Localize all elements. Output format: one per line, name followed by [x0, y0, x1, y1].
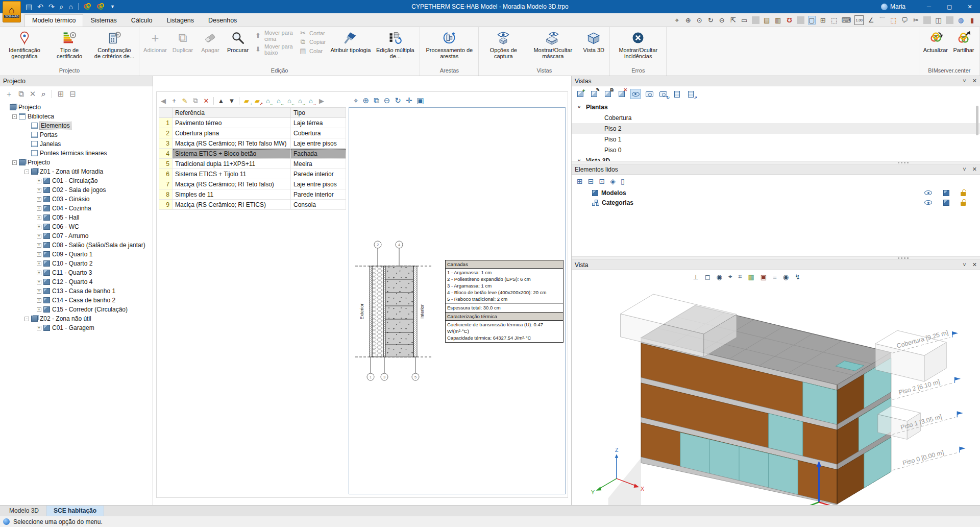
- web-icon[interactable]: ◍: [957, 16, 965, 24]
- edit-tools-icon[interactable]: ✂: [912, 16, 920, 24]
- categorias-row[interactable]: Categorias: [572, 198, 980, 207]
- row-tipo[interactable]: Cobertura: [291, 128, 346, 138]
- tree-item[interactable]: + C14 - Casa de banho 2: [0, 296, 153, 305]
- chevron-down-icon[interactable]: ˅: [578, 105, 583, 110]
- table-row[interactable]: 3 Maciça (RS Cerâmico; RI Teto falso MW)…: [159, 138, 346, 149]
- import-element-2-icon[interactable]: ⌂ ←: [275, 97, 282, 105]
- tree-item[interactable]: - Z01 - Zona útil Moradia: [0, 167, 153, 176]
- Desenhos[interactable]: Desenhos: [201, 15, 244, 27]
- view-visibility-button[interactable]: [631, 89, 640, 99]
- search-icon[interactable]: ⌕: [41, 89, 45, 99]
- row-referencia[interactable]: Simples de 11: [173, 189, 291, 200]
- tree-expander[interactable]: +: [37, 188, 41, 193]
- sep[interactable]: [52, 90, 52, 98]
- cortar-button[interactable]: ✂ Cortar: [299, 30, 326, 37]
- move-down-icon[interactable]: ▼: [228, 97, 235, 105]
- SCE habitação[interactable]: SCE habitação: [46, 506, 104, 516]
- tree-item[interactable]: Portas: [0, 130, 153, 139]
- tree-expander[interactable]: [24, 124, 29, 128]
- row-tipo[interactable]: Laje entre pisos: [291, 179, 346, 189]
- tree-expander[interactable]: -: [12, 114, 17, 119]
- collapse-tree-icon[interactable]: ⊟: [69, 89, 76, 99]
- row-tipo[interactable]: Parede interior: [291, 189, 346, 200]
- view-item[interactable]: Cobertura: [572, 112, 980, 123]
- view-item[interactable]: ˅ Plantas: [572, 102, 980, 112]
- info-column-icon[interactable]: ▯: [621, 177, 625, 185]
- sep[interactable]: [239, 97, 239, 105]
- mostrar-ocultar-incidencias-button[interactable]: Mostrar/Ocultar incidências: [612, 29, 664, 61]
- tree-expander[interactable]: [24, 142, 29, 147]
- collapse-panel-icon[interactable]: ˅: [963, 78, 966, 84]
- tree-item[interactable]: + C13 - Casa de banho 1: [0, 286, 153, 296]
- import-element-3-icon[interactable]: ⌂ ←: [286, 97, 293, 105]
- export-library-icon[interactable]: ▰ ↗: [254, 97, 261, 105]
- center-icon[interactable]: ⌖: [728, 273, 732, 281]
- tree-expander[interactable]: [24, 133, 29, 137]
- tree-view-1-icon[interactable]: ⊞: [577, 177, 583, 185]
- tree-item[interactable]: + C10 - Quarto 2: [0, 259, 153, 268]
- layout-icon[interactable]: ◫: [935, 16, 942, 24]
- bimserver-sync-icon[interactable]: [84, 3, 92, 10]
- building-view-button[interactable]: [672, 89, 681, 99]
- tree-item[interactable]: - Z02 - Zona não útil: [0, 314, 153, 323]
- tipo-de-certificado-button[interactable]: Tipo de certificado: [47, 29, 91, 61]
- configuracao-criterios-button[interactable]: Configuração de critérios de...: [92, 29, 136, 61]
- comment-icon[interactable]: 🗩: [901, 16, 909, 24]
- tree-expander[interactable]: +: [37, 326, 41, 330]
- tree-expander[interactable]: [24, 151, 29, 156]
- tipo-column-header[interactable]: Tipo: [291, 108, 346, 118]
- tree-item[interactable]: + C02 - Sala de jogos: [0, 185, 153, 195]
- protractor-icon[interactable]: ⌒: [878, 16, 886, 24]
- tree-item[interactable]: + C09 - Quarto 1: [0, 250, 153, 259]
- row-referencia[interactable]: Maciça (RS Cerâmico; RI ETICS): [173, 200, 291, 210]
- mover-para-baixo-button[interactable]: ⬇ Mover para baixo: [254, 43, 294, 56]
- table-row[interactable]: 1 Pavimento térreo Laje térrea: [159, 118, 346, 128]
- zoom-out-icon[interactable]: ⊖: [384, 96, 390, 105]
- table-row[interactable]: 7 Maciça (RS Cerâmico; RI Teto falso) La…: [159, 179, 346, 189]
- modelos-row[interactable]: Modelos: [572, 188, 980, 198]
- opcoes-captura-button[interactable]: Opções de captura: [481, 29, 525, 61]
- undo-icon[interactable]: ↶: [37, 3, 43, 10]
- row-referencia[interactable]: Tradicional dupla 11+XPS+11: [173, 159, 291, 169]
- close-panel-icon[interactable]: ✕: [972, 261, 977, 268]
- row-tipo[interactable]: Laje entre pisos: [291, 138, 346, 149]
- maximize-button[interactable]: ▢: [939, 0, 960, 13]
- cube-icon[interactable]: [943, 200, 949, 206]
- actualizar-button[interactable]: Actualizar: [922, 29, 949, 54]
- tree-expander[interactable]: +: [37, 261, 41, 266]
- tree-item[interactable]: - Biblioteca: [0, 112, 153, 121]
- tree-expander[interactable]: +: [37, 243, 41, 248]
- help-icon[interactable]: ▮: [968, 16, 976, 24]
- app-logo[interactable]: ⌂ SCE-HAB: [3, 1, 21, 22]
- mover-para-cima-button[interactable]: ⬆ Mover para cima: [254, 30, 294, 42]
- tree-expander[interactable]: +: [37, 280, 41, 284]
- tree-view-2-icon[interactable]: ⊟: [588, 177, 594, 185]
- cube-icon[interactable]: [943, 190, 949, 196]
- tree-item[interactable]: Projecto: [0, 103, 153, 112]
- bimserver-update-icon[interactable]: [97, 3, 105, 10]
- delete-row-icon[interactable]: ✕: [203, 97, 210, 105]
- import-element-1-icon[interactable]: ⌂ ←: [264, 97, 272, 105]
- export-element-1-icon[interactable]: ⌂ →: [297, 97, 304, 105]
- quick-render-icon[interactable]: ↯: [795, 273, 800, 281]
- unlock-icon[interactable]: [961, 202, 966, 206]
- tree-item[interactable]: + C12 - Quarto 4: [0, 277, 153, 286]
- tree-expander[interactable]: +: [37, 225, 41, 229]
- Cálculo[interactable]: Cálculo: [124, 15, 160, 27]
- tree-view-3-icon[interactable]: ⊡: [599, 177, 605, 185]
- full-view-icon[interactable]: ▣: [416, 96, 424, 105]
- save-icon[interactable]: ▤: [26, 3, 32, 10]
- snapshot-button[interactable]: [645, 89, 654, 99]
- tree-expander[interactable]: +: [37, 234, 41, 238]
- row-referencia[interactable]: Pavimento térreo: [173, 118, 291, 128]
- apagar-button[interactable]: Apagar: [197, 29, 224, 54]
- snap-icon[interactable]: ⬚: [830, 16, 838, 24]
- magnet-icon[interactable]: Ω: [786, 16, 793, 24]
- close-panel-icon[interactable]: ✕: [972, 78, 977, 84]
- view-item[interactable]: Piso 0: [572, 145, 980, 155]
- row-tipo[interactable]: Meeira: [291, 159, 346, 169]
- redraw-icon[interactable]: ↻: [707, 16, 715, 24]
- visibility-cube-icon[interactable]: ◈: [610, 177, 616, 185]
- table-row[interactable]: 9 Maciça (RS Cerâmico; RI ETICS) Consola: [159, 200, 346, 210]
- panel-splitter[interactable]: [572, 256, 980, 260]
